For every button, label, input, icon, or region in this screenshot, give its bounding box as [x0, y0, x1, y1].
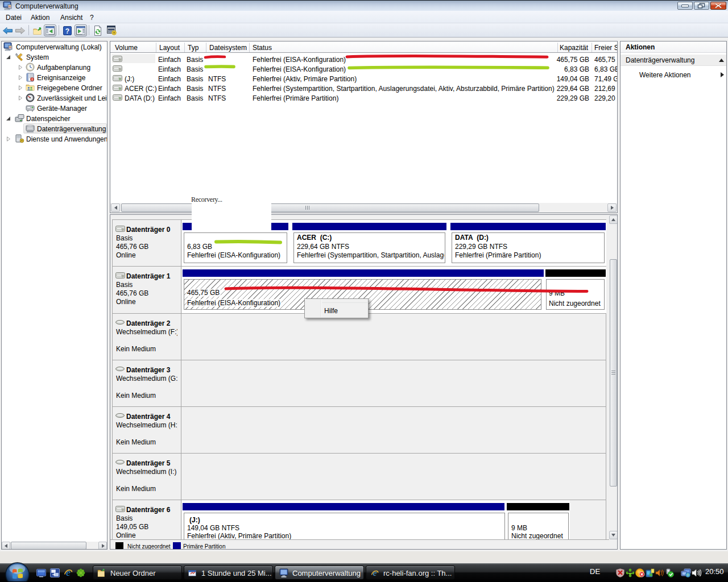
svg-text:e: e — [373, 569, 377, 577]
svg-text:e: e — [66, 568, 71, 578]
svg-text:?: ? — [65, 27, 69, 35]
